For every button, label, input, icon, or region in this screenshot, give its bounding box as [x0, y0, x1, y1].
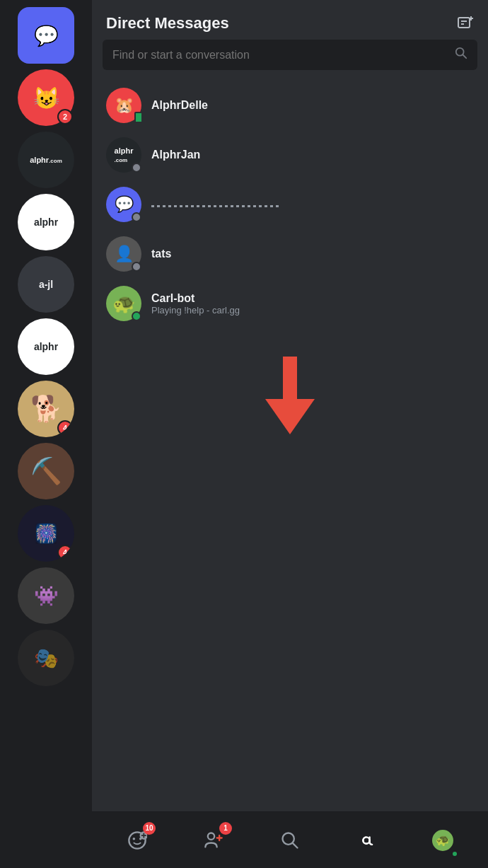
conv-info-carl-bot: Carl-bot Playing !help - carl.gg — [151, 292, 474, 316]
sidebar-item-partial[interactable]: 🎭 — [18, 630, 74, 686]
search-input[interactable] — [112, 49, 449, 62]
conv-status-carl-bot: Playing !help - carl.gg — [151, 305, 474, 316]
nav-badge-home: 10 — [143, 822, 156, 835]
conv-info-tats: tats — [151, 248, 474, 260]
conv-name-carl-bot: Carl-bot — [151, 292, 474, 305]
avatar-wrap-unknown: 💬 — [106, 187, 141, 222]
status-dot-alphr-jan — [132, 163, 141, 173]
avatar-wrap-carl-bot: 🐢 — [106, 286, 141, 321]
profile-avatar: 🐢 — [432, 830, 453, 851]
search-bar[interactable] — [103, 40, 477, 70]
sidebar-item-shiba[interactable]: 🐕 4 — [18, 381, 74, 437]
sidebar-item-alphr-white[interactable]: alphr — [18, 194, 74, 250]
new-dm-button[interactable] — [457, 15, 474, 32]
conversation-item-tats[interactable]: 👤 tats — [98, 229, 482, 279]
conv-info-alphr-jan: AlphrJan — [151, 149, 474, 161]
search-nav-icon — [280, 831, 300, 850]
svg-point-8 — [133, 837, 136, 840]
dm-header: Direct Messages — [92, 0, 488, 40]
nav-badge-friends: 1 — [219, 822, 232, 835]
avatar-alphr-jan-icon: alphr.com — [115, 146, 134, 163]
conversation-item-alphr-delle[interactable]: 🐹 AlphrDelle — [98, 81, 482, 130]
avatar-unknown-icon: 💬 — [115, 195, 134, 214]
friends-icon — [204, 831, 223, 850]
svg-line-17 — [293, 843, 297, 847]
badge-singing: 4 — [57, 545, 73, 560]
conv-name-alphr-delle: AlphrDelle — [151, 99, 474, 112]
search-icon — [455, 47, 467, 63]
sidebar-item-singing[interactable]: 🎆 4 — [18, 505, 74, 562]
sidebar-item-game[interactable]: 👾 — [18, 567, 74, 624]
sidebar-item-home[interactable]: 💬 — [18, 7, 74, 64]
avatar-tats-icon: 👤 — [115, 245, 134, 263]
svg-rect-0 — [458, 18, 470, 28]
profile-status-dot — [451, 850, 458, 857]
nav-item-mentions[interactable] — [345, 819, 388, 862]
svg-line-6 — [463, 54, 466, 58]
status-dot-unknown — [132, 212, 141, 222]
mentions-icon — [356, 831, 376, 850]
badge-shiba: 4 — [57, 420, 73, 436]
server-sidebar: 💬 😺 2 alphr.com alphr a-jl alphr 🐕 4 ⛏️ … — [0, 0, 92, 868]
conv-info-unknown — [151, 202, 474, 207]
conversation-item-carl-bot[interactable]: 🐢 Carl-bot Playing !help - carl.gg — [98, 279, 482, 328]
bottom-nav: 10 1 — [92, 811, 488, 868]
status-dot-alphr-delle — [134, 112, 143, 123]
home-icon — [127, 831, 147, 850]
conversation-item-unknown[interactable]: 💬 — [98, 180, 482, 229]
sidebar-item-alphr-white2[interactable]: alphr — [18, 318, 74, 375]
avatar-wrap-alphr-delle: 🐹 — [106, 88, 141, 123]
svg-point-13 — [208, 833, 214, 839]
badge-discord-red: 2 — [57, 109, 73, 125]
conv-name-tats: tats — [151, 248, 474, 260]
conv-info-alphr-delle: AlphrDelle — [151, 99, 474, 112]
conversation-list: 🐹 AlphrDelle alphr.com AlphrJan — [92, 81, 488, 811]
nav-item-search[interactable] — [269, 819, 311, 862]
sidebar-item-alphr-com[interactable]: alphr.com — [18, 132, 74, 188]
conv-name-unknown — [151, 205, 279, 207]
conversation-item-alphr-jan[interactable]: alphr.com AlphrJan — [98, 130, 482, 180]
red-arrow — [265, 357, 315, 434]
arrow-container — [98, 328, 482, 449]
nav-item-profile[interactable]: 🐢 — [422, 819, 464, 862]
avatar-alphr-delle-icon: 🐹 — [115, 96, 134, 115]
nav-item-home[interactable]: 10 — [116, 819, 158, 862]
dm-panel: Direct Messages 🐹 — [92, 0, 488, 868]
nav-item-friends[interactable]: 1 — [192, 819, 235, 862]
new-dm-icon — [457, 15, 474, 32]
conv-name-alphr-jan: AlphrJan — [151, 149, 474, 161]
avatar-wrap-tats: 👤 — [106, 236, 141, 272]
avatar-carl-bot-icon: 🐢 — [112, 293, 135, 315]
sidebar-item-a-jl[interactable]: a-jl — [18, 256, 74, 313]
status-dot-tats — [132, 262, 141, 272]
avatar-wrap-alphr-jan: alphr.com — [106, 137, 141, 173]
status-dot-carl-bot — [132, 311, 141, 321]
sidebar-item-minecraft[interactable]: ⛏️ — [18, 443, 74, 499]
dm-title: Direct Messages — [106, 14, 229, 33]
sidebar-item-discord-red[interactable]: 😺 2 — [18, 69, 74, 126]
